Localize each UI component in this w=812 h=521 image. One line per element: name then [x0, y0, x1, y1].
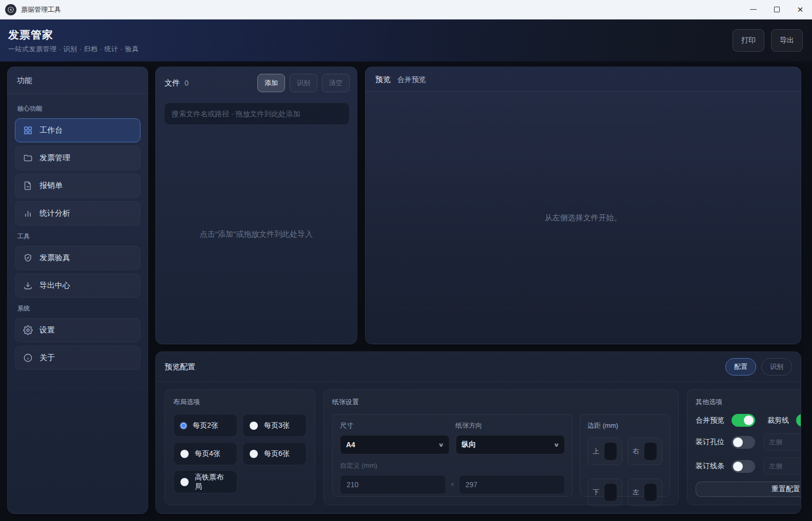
radio-icon — [180, 478, 189, 486]
radio-selected-icon — [180, 423, 187, 429]
sidebar-item-workbench[interactable]: 工作台 — [15, 118, 140, 142]
sidebar-section-tools: 工具 — [17, 232, 138, 241]
custom-width-input[interactable] — [340, 475, 446, 494]
margin-right-label: 右 — [633, 447, 639, 456]
layout-option-train-ticket[interactable]: 高铁票布局 — [173, 470, 237, 493]
layout-option-3-per-page[interactable]: 每页3张 — [242, 414, 307, 437]
option-label: 高铁票布局 — [195, 473, 230, 491]
chevron-down-icon: ∨ — [438, 442, 444, 448]
sidebar-title: 功能 — [8, 67, 148, 94]
preview-config-panel: 预览配置 配置 识别 布局选项 每页2张 每页3 — [155, 351, 801, 514]
sidebar-item-invoice-management[interactable]: 发票管理 — [15, 146, 140, 170]
margin-right-input[interactable] — [644, 442, 657, 461]
margin-top-input[interactable] — [604, 442, 617, 461]
crop-line-label: 裁剪线 — [767, 416, 792, 425]
preview-title: 预览 — [375, 75, 391, 85]
binding-holes-toggle[interactable] — [732, 436, 755, 449]
close-icon: ✕ — [797, 5, 804, 14]
page-subtitle: 一站式发票管理 · 识别 · 归档 · 统计 · 验真 — [8, 45, 139, 54]
radio-icon — [250, 450, 258, 458]
layout-option-2-per-page[interactable]: 每页2张 — [173, 414, 237, 437]
sidebar-item-export-center[interactable]: 导出中心 — [15, 274, 140, 298]
maximize-icon — [774, 7, 780, 12]
info-icon — [23, 353, 33, 363]
close-button[interactable]: ✕ — [788, 0, 812, 19]
binding-holes-label: 装订孔位 — [696, 437, 727, 447]
preview-panel: 预览 合并预览 从左侧选择文件开始。 — [365, 67, 801, 344]
sidebar-item-about[interactable]: 关于 — [15, 346, 140, 370]
preview-empty-text: 从左侧选择文件开始。 — [545, 213, 622, 223]
export-button[interactable]: 导出 — [771, 29, 803, 52]
print-button[interactable]: 打印 — [733, 29, 764, 52]
minimize-button[interactable] — [741, 0, 765, 19]
file-drop-zone[interactable]: 点击"添加"或拖放文件到此处导入 — [156, 125, 357, 344]
margin-top-label: 上 — [593, 447, 599, 456]
layout-option-6-per-page[interactable]: 每页6张 — [242, 442, 307, 465]
clear-files-button[interactable]: 清空 — [322, 74, 350, 92]
merge-preview-toggle[interactable] — [732, 414, 755, 427]
paper-size-subcard: 尺寸 A4 ∨ 纸张方向 纵向 — [332, 414, 573, 497]
sidebar-item-label: 发票验真 — [39, 253, 70, 263]
sidebar-item-invoice-verify[interactable]: 发票验真 — [15, 246, 140, 270]
custom-height-input[interactable] — [459, 475, 565, 494]
file-count: 0 — [185, 79, 189, 87]
maximize-button[interactable] — [765, 0, 788, 19]
crop-line-toggle[interactable] — [796, 414, 801, 427]
recognize-files-button[interactable]: 识别 — [290, 74, 317, 92]
grid-icon — [23, 126, 33, 135]
option-label: 每页6张 — [264, 449, 290, 459]
titlebar: 票据管理工具 ✕ — [0, 0, 812, 19]
margin-left-label: 左 — [633, 488, 639, 497]
paper-size-select[interactable]: A4 ∨ — [340, 435, 450, 454]
paper-card-title: 纸张设置 — [332, 398, 670, 407]
shield-check-icon — [23, 253, 33, 263]
document-icon — [23, 181, 33, 191]
file-search-input[interactable] — [164, 102, 350, 125]
add-file-button[interactable]: 添加 — [257, 74, 285, 92]
paper-size-value: A4 — [346, 441, 355, 449]
size-label: 尺寸 — [340, 421, 450, 430]
sidebar-item-label: 关于 — [39, 353, 55, 363]
minimize-icon — [750, 9, 757, 10]
tab-recognize[interactable]: 识别 — [761, 358, 792, 376]
download-icon — [23, 281, 33, 290]
sidebar-item-settings[interactable]: 设置 — [15, 318, 140, 342]
sidebar-item-label: 发票管理 — [39, 153, 70, 163]
radio-icon — [180, 450, 189, 458]
margins-subcard: 边距 (mm) 上 右 — [580, 414, 670, 497]
toggle-knob — [733, 437, 743, 447]
margin-bottom-box: 下 — [587, 478, 622, 506]
binding-line-toggle[interactable] — [732, 460, 755, 473]
chevron-down-icon: ∨ — [553, 442, 560, 448]
app-logo-icon — [5, 4, 16, 15]
preview-mode-label: 合并预览 — [397, 75, 426, 85]
tab-config[interactable]: 配置 — [725, 358, 756, 376]
sidebar-item-reimbursement[interactable]: 报销单 — [15, 174, 140, 198]
holes-side-value: 左侧 — [769, 437, 782, 447]
toggle-knob — [744, 415, 754, 425]
orientation-label: 纸张方向 — [456, 421, 565, 430]
sidebar-item-statistics[interactable]: 统计分析 — [15, 201, 140, 225]
gear-icon — [23, 325, 33, 335]
line-side-value: 左侧 — [769, 462, 782, 471]
layout-option-4-per-page[interactable]: 每页4张 — [173, 442, 237, 465]
file-panel: 文件 0 添加 识别 清空 点击"添加"或拖放文件到此处导入 — [155, 67, 357, 344]
margin-left-input[interactable] — [644, 483, 657, 502]
option-label: 每页4张 — [195, 449, 220, 459]
binding-line-side-select[interactable]: 左侧 ∨ — [763, 457, 801, 475]
times-separator: × — [451, 481, 454, 488]
orientation-select[interactable]: 纵向 ∨ — [456, 435, 565, 454]
reset-config-button[interactable]: 重置配置 — [696, 482, 801, 497]
margin-bottom-input[interactable] — [604, 483, 617, 502]
sidebar-item-label: 导出中心 — [39, 281, 70, 290]
orientation-value: 纵向 — [462, 440, 476, 449]
margins-title: 边距 (mm) — [587, 421, 662, 430]
radio-icon — [250, 422, 258, 430]
sidebar-item-label: 设置 — [39, 325, 55, 335]
toggle-knob — [733, 462, 743, 471]
app-header: 发票管家 一站式发票管理 · 识别 · 归档 · 统计 · 验真 打印 导出 — [0, 19, 812, 61]
binding-holes-side-select[interactable]: 左侧 ∨ — [763, 433, 801, 451]
sidebar-section-system: 系统 — [17, 304, 138, 313]
merge-preview-label: 合并预览 — [696, 416, 727, 425]
sidebar-item-label: 报销单 — [39, 181, 63, 191]
